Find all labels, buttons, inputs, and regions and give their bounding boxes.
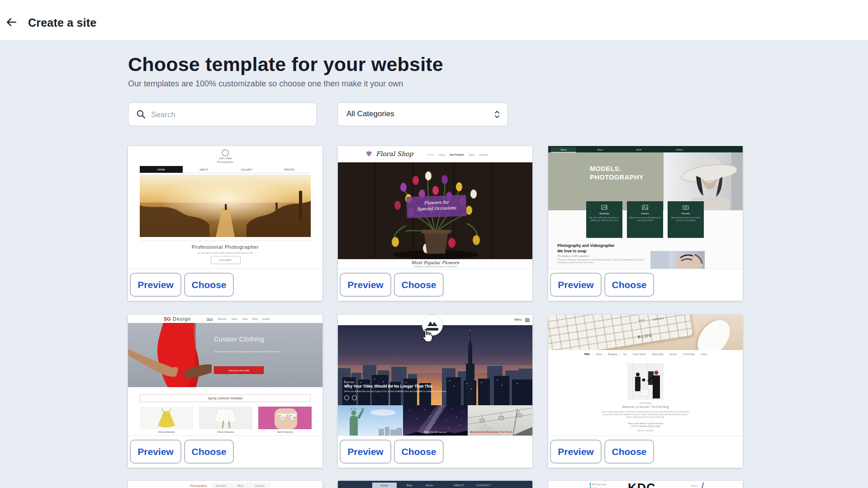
page-title: Create a site (28, 16, 96, 29)
list-bullet-bar (590, 483, 591, 486)
divider (140, 241, 311, 241)
app-header: Create a site (0, 0, 868, 40)
thumb-nav-item: You (623, 353, 626, 355)
red-dress-photo (128, 323, 212, 387)
list-item-label: #04 New drop (592, 483, 606, 486)
photo-caption: Jen Preston (548, 402, 743, 404)
feature-card-blurb: Editorial sets and studio lighting for e… (629, 217, 661, 222)
thumb-nav-item: PRICING (268, 166, 311, 173)
template-thumbnail-photographer: John Clark Photographer HOME ABOUT GALLE… (128, 146, 323, 269)
preview-button[interactable]: Preview (340, 273, 391, 297)
thumb-nav-item: Study Switch (633, 353, 646, 355)
category-filter-select[interactable]: All Categories (337, 102, 508, 126)
template-card-travel-blog: Build Your Why Your Titles Should Be No … (338, 315, 532, 468)
thumb-logo: Floral Shop (376, 150, 413, 157)
thumb-nav-item: Making Bar (652, 353, 663, 355)
thumb-nav-item: Contact (249, 483, 270, 488)
feature-card-label: Portraits (668, 212, 704, 215)
thumb-nav-item: ABOUT (454, 484, 464, 487)
choose-button[interactable]: Choose (394, 273, 444, 297)
thumb-nav: Home About Work Gallery (548, 146, 743, 152)
template-thumbnail-sg-design: SG Design Home Services About Store Blog… (128, 315, 323, 436)
thumb-section-meta: The studio is 100% available (557, 255, 589, 257)
thumb-nav-item: Blog (407, 484, 412, 487)
desk-photo: FOUR CONTACT BLOG (548, 315, 743, 350)
thumb-nav: Photography Services Blog Contact (187, 483, 270, 488)
thumb-nav-item: GALLERY (225, 166, 268, 173)
search-icon (136, 109, 147, 122)
thumb-nav-item-active: POST (372, 483, 397, 488)
thumb-nav-item: Blogging (608, 353, 617, 355)
template-card-photographer: John Clark Photographer HOME ABOUT GALLE… (128, 146, 323, 301)
thumb-nav-item-active: Home (207, 317, 213, 321)
strip-caption: Welcome to Our Blog Feature: Print This … (470, 431, 532, 433)
template-card-partial-kdc: #04 New drop #07 Lookbook KDC About / (548, 481, 743, 488)
thumb-nav: HOME ABOUT GALLERY PRICING (140, 166, 311, 173)
post-body: Every reader appreciates a welcome messa… (600, 411, 691, 418)
thumb-nav: Home Services About Store Blog Contact (207, 317, 270, 321)
template-thumbnail-floral-shop: ✾ Floral Shop Home About See Flowers Sto… (338, 146, 532, 269)
post-links: Have a great article or journal? Designs… (578, 422, 713, 428)
card-footer: Preview Choose (338, 269, 532, 301)
preview-button[interactable]: Preview (130, 440, 181, 464)
floral-banner: Flowers for Special Occasions (406, 195, 467, 218)
thumb-banner-bar: Spring Collection Available (140, 394, 311, 402)
card-footer: Preview Choose (128, 269, 323, 301)
choose-button[interactable]: Choose (394, 440, 444, 464)
search-input[interactable] (150, 103, 310, 126)
thumb-nav-item: Service (669, 353, 677, 355)
thumb-nav-item: Blog (253, 317, 257, 321)
preview-button[interactable]: Preview (130, 273, 181, 297)
makeup-closeup-photo (650, 251, 705, 269)
thumb-brand: KDC (628, 481, 656, 488)
thumb-hero-kicker: Build Your (344, 381, 355, 384)
thumb-nav-item: About (597, 148, 603, 151)
salon-photo (627, 363, 664, 400)
thumb-cta-button: View your next outfit (214, 366, 264, 374)
image-icon (601, 205, 607, 210)
flower-logo-icon: ✾ (366, 149, 372, 158)
product-caption: Dress Collection (199, 431, 252, 433)
feature-card: Weddings We shoot with style and deliver… (586, 201, 622, 238)
thumb-nav-item: Home (426, 484, 433, 487)
template-card-sg-design: SG Design Home Services About Store Blog… (128, 315, 323, 468)
back-arrow-icon (5, 16, 18, 29)
feature-card-label: Weddings (586, 212, 622, 215)
feature-card-blurb: We shoot with style and deliver a galler… (588, 217, 620, 222)
thumb-logo-name: John Clark (128, 157, 323, 160)
thumb-nav: Home About See Flowers Store Contact (427, 153, 488, 156)
preview-button[interactable]: Preview (340, 440, 391, 464)
thumb-nav-item: Services (218, 317, 226, 321)
thumb-hero-title: Custom Clothing (214, 336, 264, 343)
thumb-nav-item: Store (242, 317, 248, 321)
thumb-section-title: Photography and Videographer (557, 243, 615, 248)
feature-card: Fashion Editorial sets and studio lighti… (627, 201, 663, 238)
thumb-nav-item: About (691, 484, 697, 487)
mouse-cursor (421, 328, 433, 344)
carousel-dot (352, 395, 357, 400)
thumb-nav-item: HOME (140, 166, 183, 173)
image-icon (642, 205, 648, 210)
template-card-floral-shop: ✾ Floral Shop Home About See Flowers Sto… (338, 146, 532, 301)
product-caption: Swim Collection (258, 431, 312, 433)
computer-mouse (691, 315, 737, 350)
thumb-nav-item: Contact (262, 317, 270, 321)
camera-icon (683, 205, 689, 210)
feature-card: Portraits Natural light sessions for mod… (668, 201, 704, 238)
template-thumbnail-travel-blog: Build Your Why Your Titles Should Be No … (338, 315, 532, 436)
choose-button[interactable]: Choose (184, 440, 234, 464)
template-card-partial-navy: POST Blog Home ABOUT CONTACT (338, 481, 532, 488)
preview-button[interactable]: Preview (550, 440, 602, 464)
thumb-hero-title: Why Your Titles Should Be No Longer Than… (344, 384, 432, 389)
feature-card-blurb: Natural light sessions for models and ac… (670, 217, 702, 222)
thumb-footer: Most Popular Flowers A bouquet of freshn… (338, 259, 532, 269)
choose-button[interactable]: Choose (604, 273, 654, 297)
choose-button[interactable]: Choose (604, 440, 654, 464)
city-skyline-photo (338, 325, 532, 405)
choose-button[interactable]: Choose (184, 273, 234, 297)
thumb-section-subtitle: We love to snap (557, 249, 587, 253)
preview-button[interactable]: Preview (550, 273, 602, 297)
thumb-nav-item: Work (636, 148, 642, 151)
back-button[interactable] (5, 16, 18, 29)
thumb-logo-accent: SG (164, 316, 171, 322)
